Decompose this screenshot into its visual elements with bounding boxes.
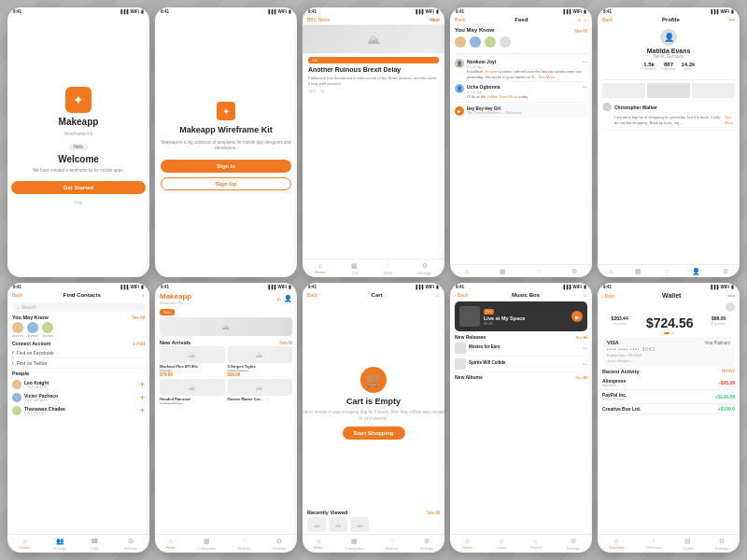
tab-home-p7[interactable]: ⌂Home	[166, 538, 176, 551]
feed-back[interactable]: Back	[455, 17, 465, 22]
plus-icon-contacts[interactable]: +	[141, 292, 145, 298]
more-icon-profile[interactable]: •••	[729, 17, 735, 22]
cart-back[interactable]: Back	[307, 292, 317, 298]
tab-home-p5[interactable]: ⌂	[609, 268, 613, 275]
twitter-item[interactable]: t Find on Twitter	[12, 358, 145, 369]
signin-button[interactable]: Sign In	[161, 160, 291, 173]
product-1[interactable]: ⛰ Workout Plus ATI 90s $169.00 $79.99	[160, 346, 225, 377]
tab-wish-p5[interactable]: ♡	[664, 268, 669, 275]
status-bar-p6: 9:41 ▐▐▐ WiFi ▮	[7, 283, 149, 290]
tab-home-p8[interactable]: ⌂Home	[314, 538, 324, 551]
see-more-profile[interactable]: See More	[725, 115, 735, 125]
tab-wish-p7[interactable]: ♡Wishlist	[238, 538, 251, 551]
tab-wish-p8[interactable]: ♡Wishlist	[386, 538, 399, 551]
music-back[interactable]: ‹ Back	[455, 292, 468, 298]
tab-cat-p7[interactable]: ▦Categories	[198, 538, 216, 551]
product-4[interactable]: ⛰ Illusion Matter Cor...	[228, 379, 293, 405]
new-releases-see-all[interactable]: See All	[576, 335, 587, 340]
status-bar-p1: 9:41 ▐▐▐ WiFi ▮	[7, 7, 149, 15]
music-more-1[interactable]: •••	[583, 345, 587, 351]
tab-user-p5[interactable]: 👤	[692, 268, 700, 275]
profile-back[interactable]: Back	[602, 17, 613, 22]
tab-settings-p6[interactable]: ⚙Settings	[123, 538, 136, 551]
tab-cat-p8[interactable]: ▦Categories	[345, 538, 363, 551]
product-2[interactable]: ⛰ 3-Stripes Tights Price Origina... $26.…	[228, 346, 293, 377]
article-nav-left[interactable]: BBC News	[307, 17, 330, 22]
feed-item-1: 👤 Nonkosi Joyi ••• 2 min ago Excellent! …	[455, 57, 587, 82]
new-arrivals-see-all[interactable]: See All	[279, 341, 292, 345]
profile-avatar: 👤	[660, 29, 677, 46]
wallet-back[interactable]: ‹ Back	[602, 293, 615, 299]
tab-settings-label-p8: Settings	[420, 546, 433, 551]
divider-1	[455, 53, 587, 54]
rec-item-2[interactable]: ⛰	[329, 517, 347, 532]
p1-add-btn[interactable]: +	[140, 380, 145, 389]
tab-home-p4[interactable]: ⌂	[465, 268, 469, 275]
may-know-see-all[interactable]: See All	[574, 29, 587, 34]
recently-see-all[interactable]: See All	[427, 511, 440, 515]
wallet-nav: ‹ Back Wallet •••	[598, 290, 740, 301]
get-started-button[interactable]: Get Started	[11, 181, 146, 194]
recently-viewed: Recently Viewed See All ⛰ ⛰ ⛰	[303, 507, 444, 534]
search-icon-cart[interactable]: ⌕	[436, 292, 440, 298]
tab-wish-p3[interactable]: ♡Wish	[384, 262, 392, 275]
tab-search-p9[interactable]: ⌕Search	[530, 538, 543, 551]
tab-settings-p8[interactable]: ⚙Settings	[420, 538, 433, 551]
signup-button[interactable]: Sign Up	[161, 177, 291, 190]
start-shopping-button[interactable]: Start Shopping	[343, 427, 405, 440]
tab-cat-p3[interactable]: ▦Cat	[351, 262, 358, 275]
search-icon-music[interactable]: ⌕	[584, 292, 587, 298]
user-icon-shop[interactable]: 👤	[284, 295, 292, 302]
contacts-back[interactable]: Back	[12, 292, 22, 298]
p3-add-btn[interactable]: +	[140, 406, 145, 415]
rec-item-1[interactable]: ⛰	[307, 517, 326, 532]
tab-home-p9[interactable]: ⌂Home	[462, 538, 472, 551]
search-icon-shop[interactable]: ⌕	[277, 295, 281, 302]
tab-settings-p3[interactable]: ⚙Settings	[418, 262, 431, 275]
cat-icon-p4: ▦	[500, 268, 506, 275]
tab-settings-p10[interactable]: ⚙Settings	[715, 538, 728, 551]
tab-settings-p9[interactable]: ⚙Settings	[567, 538, 580, 551]
tab-home-p3[interactable]: ⌂Home	[316, 262, 326, 275]
wish-icon-p8: ♡	[389, 538, 395, 545]
tab-home-label-p10: Overview	[609, 545, 625, 550]
wallet-more[interactable]: •••	[728, 292, 735, 299]
facebook-item[interactable]: f Find on Facebook	[12, 348, 145, 358]
status-icons-p6: ▐▐▐ WiFi ▮	[120, 285, 144, 289]
may-know-see[interactable]: See All	[132, 315, 145, 320]
tab-settings-p4[interactable]: ⚙	[571, 268, 577, 275]
play-icon-feed[interactable]: ▶	[455, 106, 464, 116]
feed-more-1[interactable]: •••	[583, 59, 587, 64]
tab-home-p6[interactable]: ⌂Chats	[20, 538, 29, 551]
article-nav-right[interactable]: Next	[430, 17, 440, 22]
see-more-1[interactable]: See More	[539, 75, 555, 79]
new-albums-see-all[interactable]: See All	[576, 375, 587, 380]
rec-item-3[interactable]: ⛰	[350, 517, 369, 532]
settings-icon-p5: ⚙	[723, 268, 728, 275]
tab-cat-p5[interactable]: ▦	[635, 268, 641, 275]
balance-amount: $724.56	[646, 315, 694, 330]
tab-calls-p6[interactable]: ☎Calls	[91, 538, 99, 551]
tab-cards-p10[interactable]: ▤Cards	[684, 538, 694, 551]
activity-history[interactable]: History	[722, 369, 735, 374]
tab-income-p10[interactable]: ↑Lifetimes	[646, 538, 661, 551]
signin-content: ✦ Makeapp Wireframe Kit Makeapp is a big…	[155, 15, 297, 277]
contacts-search[interactable]: ⌕ Search	[12, 302, 145, 312]
product-3[interactable]: ⛰ Hooded Raincoat Futuresurface...	[160, 379, 225, 405]
search-icon-feed[interactable]: ⌕	[584, 17, 587, 22]
tab-groups-p6[interactable]: 👥Groups	[54, 538, 66, 551]
tab-settings-p5[interactable]: ⚙	[723, 268, 728, 275]
status-time-p9: 9:41	[456, 285, 464, 289]
tab-wish-p4[interactable]: ♡	[536, 268, 542, 275]
tab-settings-p7[interactable]: ⚙Settings	[273, 538, 286, 551]
connect-add[interactable]: + Add	[133, 341, 145, 346]
tab-home-p10[interactable]: ⌂Overview	[609, 538, 625, 551]
article-meta: 3407 90	[308, 89, 439, 93]
tab-listen-p9[interactable]: ♪Listen	[496, 538, 506, 551]
plus-icon-feed[interactable]: +	[577, 17, 581, 22]
p2-add-btn[interactable]: +	[140, 393, 145, 402]
music-more-2[interactable]: •••	[583, 361, 587, 367]
tab-cat-p4[interactable]: ▦	[500, 268, 506, 275]
featured-play-btn[interactable]: ▶	[571, 311, 583, 322]
feed-more-2[interactable]: •••	[583, 84, 587, 90]
